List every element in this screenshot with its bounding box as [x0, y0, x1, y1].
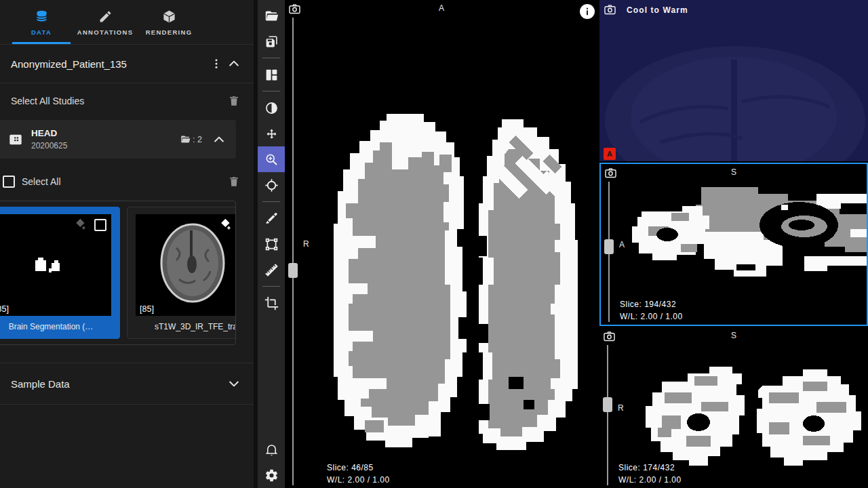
folder-icon	[180, 134, 191, 144]
orientation-label-side: R	[303, 239, 309, 249]
coronal-view[interactable]: S R Slice: 174/432 W/L: 2.00 / 1.00	[599, 327, 868, 488]
study-card-head[interactable]: HEAD 20200625 : 2	[0, 120, 236, 159]
study-date: 20200625	[31, 141, 67, 150]
window-level-tool[interactable]	[258, 95, 285, 121]
series-checkbox[interactable]	[94, 219, 106, 231]
patient-name: Anonymized_Patient_135	[11, 58, 208, 70]
select-all-studies-row: Select All Studies	[0, 83, 254, 119]
slider-handle[interactable]	[288, 263, 298, 278]
volume-count-label: : 2	[193, 135, 202, 144]
colormap-preset-label: Cool to Warm	[627, 5, 688, 15]
tab-rendering[interactable]: RENDERING	[137, 3, 201, 44]
volview-app: DATA ANNOTATIONS RENDERING Anonymized_Pa…	[0, 0, 868, 488]
slider-handle[interactable]	[603, 397, 612, 412]
info-button[interactable]	[580, 4, 595, 19]
crop-icon	[264, 296, 279, 310]
database-icon	[35, 9, 49, 24]
layouts-button[interactable]	[258, 62, 285, 87]
series-list: [85] Brain Segmentation (…	[0, 201, 236, 345]
zoom-tool[interactable]	[258, 146, 285, 172]
camera-icon	[288, 3, 301, 16]
pan-arrows-icon	[264, 127, 279, 141]
slider-track[interactable]	[607, 345, 608, 485]
slider-handle[interactable]	[604, 239, 614, 254]
select-all-label: Select All	[22, 176, 225, 187]
sample-data-expand-button[interactable]	[225, 375, 243, 392]
slice-slider[interactable]	[603, 345, 612, 485]
info-icon	[580, 4, 595, 19]
study-collapse-button[interactable]	[210, 131, 228, 148]
axis-badge[interactable]: A	[604, 148, 616, 160]
series-thumbnail[interactable]: [85]	[0, 214, 111, 316]
patient-menu-button[interactable]	[208, 55, 225, 73]
save-session-button[interactable]	[258, 28, 285, 54]
slice-text: Slice: 46/85	[327, 462, 390, 474]
tab-annotations[interactable]: ANNOTATIONS	[73, 3, 137, 44]
volume-count: : 2	[180, 134, 202, 144]
sample-data-label: Sample Data	[11, 378, 225, 390]
slice-text: Slice: 174/432	[618, 462, 682, 474]
notifications-button[interactable]	[258, 436, 285, 462]
select-all-checkbox[interactable]	[3, 176, 15, 188]
slice-slider[interactable]	[288, 18, 298, 485]
crosshairs-tool[interactable]	[258, 172, 285, 198]
sample-data-section[interactable]: Sample Data	[0, 363, 254, 405]
sidebar: DATA ANNOTATIONS RENDERING Anonymized_Pa…	[0, 0, 254, 488]
slider-track[interactable]	[292, 18, 294, 485]
slice-slider[interactable]	[604, 182, 614, 322]
toolbar	[258, 0, 285, 488]
delete-studies-button[interactable]	[225, 92, 243, 110]
settings-button[interactable]	[258, 462, 285, 488]
ruler-tool[interactable]	[258, 257, 285, 283]
axial-view[interactable]: A R Slice: 46/85 W/L: 2.00 / 1.00	[285, 0, 598, 488]
select-all-studies-label: Select All Studies	[11, 96, 225, 106]
patient-collapse-button[interactable]	[225, 55, 243, 73]
add-layer-icon[interactable]	[74, 218, 87, 231]
delete-series-button[interactable]	[225, 173, 243, 190]
axial-brain-image	[285, 0, 598, 488]
kebab-menu-icon	[210, 58, 222, 70]
contrast-icon	[264, 101, 279, 115]
series-card-segmentation[interactable]: [85] Brain Segmentation (…	[0, 207, 120, 339]
toolbar-divider	[262, 91, 280, 92]
study-name: HEAD	[31, 128, 67, 138]
snapshot-camera-button[interactable]	[288, 3, 301, 18]
series-thumbnail[interactable]: [85]	[136, 214, 236, 316]
slice-overlay: Slice: 46/85 W/L: 2.00 / 1.00	[327, 462, 390, 487]
snapshot-camera-button[interactable]	[604, 3, 616, 19]
orientation-label-side: A	[619, 240, 625, 249]
ruler-icon	[264, 263, 279, 277]
frame-count: [85]	[0, 304, 9, 314]
sagittal-view[interactable]: S A Slice: 194/432 W/L: 2.00 / 1.00	[599, 163, 868, 326]
snapshot-camera-button[interactable]	[603, 330, 616, 346]
paintbrush-icon	[264, 211, 279, 226]
chevron-down-icon	[227, 377, 241, 390]
rectangle-tool[interactable]	[258, 231, 285, 257]
tab-data[interactable]: DATA	[9, 3, 73, 44]
tab-rendering-label: RENDERING	[146, 28, 193, 36]
snapshot-camera-button[interactable]	[604, 167, 617, 182]
orientation-label-top: S	[731, 167, 736, 177]
camera-icon	[603, 330, 616, 343]
slice-overlay: Slice: 194/432 W/L: 2.00 / 1.00	[620, 298, 683, 323]
crop-tool[interactable]	[258, 290, 285, 316]
folder-open-icon	[264, 9, 279, 23]
save-icon	[264, 35, 279, 49]
add-layer-icon[interactable]	[219, 218, 232, 231]
volume-3d-view[interactable]: Cool to Warm A	[599, 0, 868, 161]
series-name: sT1W_3D_IR_TFE_tra	[136, 316, 236, 334]
patient-row[interactable]: Anonymized_Patient_135	[0, 45, 254, 83]
chevron-up-icon	[212, 133, 226, 146]
magnifier-plus-icon	[264, 152, 279, 167]
orientation-label-top: A	[439, 3, 444, 13]
series-card-t1w[interactable]: [85] sT1W_3D_IR_TFE_tra	[127, 207, 236, 339]
trash-icon	[228, 176, 240, 188]
orientation-label-side: R	[618, 403, 624, 413]
open-files-button[interactable]	[258, 3, 285, 28]
layout-grid-icon	[264, 68, 279, 82]
chevron-up-icon	[227, 57, 241, 70]
toolbar-divider	[262, 58, 280, 58]
orientation-label-top: S	[731, 331, 736, 340]
paint-tool[interactable]	[258, 205, 285, 231]
pan-tool[interactable]	[258, 121, 285, 146]
